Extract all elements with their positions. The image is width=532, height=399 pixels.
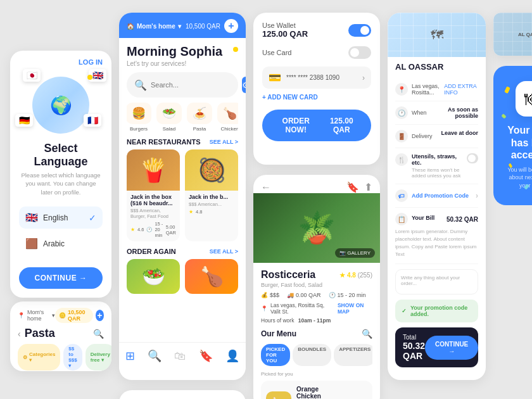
check-icon: ✓: [402, 308, 407, 314]
category-burgers[interactable]: 🍔 Burgers: [127, 103, 151, 132]
wallet-amount: 125.00 QAR: [262, 29, 308, 39]
hours-of-work: Hours of work 10am - 11pm: [261, 317, 372, 324]
restaurant-meta-2: ★ 4.8: [189, 209, 234, 215]
map-icon: 🗺: [431, 28, 443, 42]
language-option-arabic[interactable]: 🟫 Arabic: [19, 232, 103, 255]
profile-nav-icon[interactable]: 👤: [225, 349, 239, 363]
japan-flag: 🇯🇵: [23, 69, 41, 82]
home-nav-icon[interactable]: ⊞: [125, 349, 135, 363]
restaurant-info-2: Jack in the b... $$$ American... ★ 4.8: [185, 191, 238, 218]
filter-icon-button[interactable]: ⚙: [242, 77, 246, 93]
bookmark-icon[interactable]: 🔖: [346, 181, 359, 193]
category-chicken[interactable]: 🍗 Chicken: [218, 103, 238, 132]
menu-title: Our Menu: [261, 329, 296, 338]
pasta-emoji: 🍝: [187, 103, 212, 124]
arabic-label: Arabic: [43, 239, 96, 248]
bill-amount: 50.32 QAR: [446, 216, 478, 223]
salad-label: Salad: [163, 126, 175, 132]
card-number: **** **** 2388 1090: [286, 74, 357, 81]
show-on-map[interactable]: SHOW ON MAP: [338, 302, 372, 315]
promo-label[interactable]: Add Promotion Code: [412, 193, 469, 199]
location-label: Mom's home: [27, 309, 49, 322]
meta-price: 💰 $$$: [261, 292, 279, 298]
add-button[interactable]: +: [224, 19, 238, 33]
language-option-english[interactable]: 🇬🇧 English ✓: [19, 206, 103, 229]
search-bar[interactable]: 🔍 ⚙: [127, 72, 238, 98]
restaurant-address: 📍 Las vegas, Rositta Sq, Valit St. SHOW …: [261, 302, 372, 315]
promo-row: 🏷 Add Promotion Code ›: [395, 184, 478, 208]
order-again-image-2: 🍗: [185, 259, 238, 294]
location-pill[interactable]: 📍 Mom's home ▾: [18, 309, 55, 322]
card-info-row[interactable]: 💳 **** **** 2388 1090 ›: [262, 66, 371, 89]
greeting-section: Morning Sophia Let's try our services!: [127, 44, 238, 67]
add-extra-info[interactable]: ADD EXTRA INFO: [444, 83, 478, 96]
card-toggle[interactable]: [348, 46, 371, 59]
balance-display: 10,500 QAR: [186, 23, 220, 30]
gallery-badge[interactable]: 📷 GALLERY: [335, 248, 375, 258]
english-flag: 🇬🇧: [25, 212, 38, 224]
restaurant-card-2[interactable]: 🥘 Jack in the b... $$$ American... ★ 4.8: [185, 149, 238, 241]
order-now-button[interactable]: ORDER NOW! 125.00 QAR: [262, 110, 371, 141]
wallet-row: Use Wallet 125.00 QAR: [262, 22, 371, 39]
search-icon[interactable]: 🔍: [93, 329, 104, 339]
filter-categories[interactable]: ⚙ Categories ▾: [18, 344, 60, 370]
restaurant-price-1: 5.00 QAR: [166, 224, 176, 236]
menu-item-name: Orange Chicken: [296, 386, 323, 399]
star-icon: ★: [189, 209, 193, 215]
tab-picked-for-you[interactable]: PICKED FOR YOU: [261, 344, 290, 366]
restaurant-rating-2: 4.8: [196, 209, 202, 215]
restaurant-card-1[interactable]: 🍟 Jack in the box (516 N beaudr... $$$ A…: [127, 149, 180, 241]
total-label: Total: [403, 334, 425, 341]
order-again-card-2[interactable]: 🍗: [185, 259, 238, 294]
order-again-see-all[interactable]: SEE ALL >: [210, 248, 238, 255]
notification-dot[interactable]: [233, 47, 238, 52]
greeting-subtitle: Let's try our services!: [127, 60, 222, 67]
delivery-value: Leave at door: [441, 130, 478, 136]
bill-section: 📋 Your Bill 50.32 QAR Lorem ipsum genera…: [395, 208, 478, 264]
log-in-link[interactable]: LOG IN: [10, 51, 111, 66]
utensils-toggle[interactable]: [467, 153, 478, 163]
back-icon[interactable]: ←: [261, 182, 271, 193]
add-new-card[interactable]: + ADD NEW CARD: [262, 94, 371, 101]
balance-badge: 🪙 10,500 QAR: [55, 308, 93, 323]
utensils-icon-circle: 🍴: [395, 153, 408, 166]
chevron-down-icon: ▾: [178, 23, 181, 30]
chicken-emoji: 🍗: [217, 103, 238, 124]
filter-delivery[interactable]: Delivery free ▾: [86, 344, 111, 370]
location-row: 📍 Las vegas, Rositta... ADD EXTRA INFO: [395, 78, 478, 101]
tab-boundles[interactable]: BOUNDLES: [293, 344, 331, 366]
add-balance-button[interactable]: +: [96, 310, 104, 321]
bookmark-nav-icon[interactable]: 🔖: [199, 349, 213, 363]
salad-emoji: 🥗: [156, 103, 182, 124]
payment-screen: Use Wallet 125.00 QAR Use Card 💳 **** **…: [253, 13, 380, 165]
menu-search-icon[interactable]: 🔍: [362, 329, 372, 339]
filter-price[interactable]: $$ to $$$ ▾: [63, 344, 82, 370]
continue-button[interactable]: CONTINUE →: [19, 267, 103, 289]
meta-time: 🕐 15 - 20 min: [329, 292, 366, 298]
bill-description: Lorem ipsum generator. Dummy placeholder…: [395, 228, 478, 258]
location-button[interactable]: 🏠 Mom's home ▾: [127, 23, 181, 30]
near-see-all[interactable]: SEE ALL >: [210, 139, 238, 145]
star-icon: ★: [130, 227, 135, 232]
share-icon[interactable]: ⬆: [364, 181, 372, 193]
order-details-screen: 🗺 AL OASSAR 📍 Las vegas, Rositta... ADD …: [388, 13, 486, 380]
category-salad[interactable]: 🥗 Salad: [157, 103, 181, 132]
decorative-dot: [87, 75, 92, 80]
near-restaurants-header: NEAR RESTAURANTS SEE ALL >: [127, 138, 238, 146]
restaurant-detail-image: 🪴 📷 GALLERY: [253, 193, 380, 263]
restaurant-image-1: 🍟: [127, 149, 180, 191]
restaurant-detail-type: Burger, Fast food, Salad: [261, 282, 372, 288]
order-again-card-1[interactable]: 🥗: [127, 259, 180, 294]
bag-nav-icon[interactable]: 🛍: [174, 350, 186, 363]
tab-appetizers[interactable]: APPETIZERS: [334, 344, 372, 366]
france-flag: 🇫🇷: [84, 114, 101, 127]
search-nav-icon[interactable]: 🔍: [148, 349, 162, 363]
order-notes[interactable]: Write any thing about your order...: [395, 269, 478, 294]
search-input[interactable]: [151, 81, 238, 89]
category-pasta[interactable]: 🍝 Pasta: [187, 103, 212, 132]
wallet-toggle[interactable]: [348, 24, 371, 37]
back-arrow-icon[interactable]: ‹: [18, 329, 21, 339]
continue-button[interactable]: CONTINUE →: [425, 336, 478, 360]
pasta-label: Pasta: [193, 126, 206, 132]
restaurant-detail-screen: ← 🔖 ⬆ 🪴 📷 GALLERY Rosticceria ★ 4.8 (255…: [253, 175, 380, 399]
